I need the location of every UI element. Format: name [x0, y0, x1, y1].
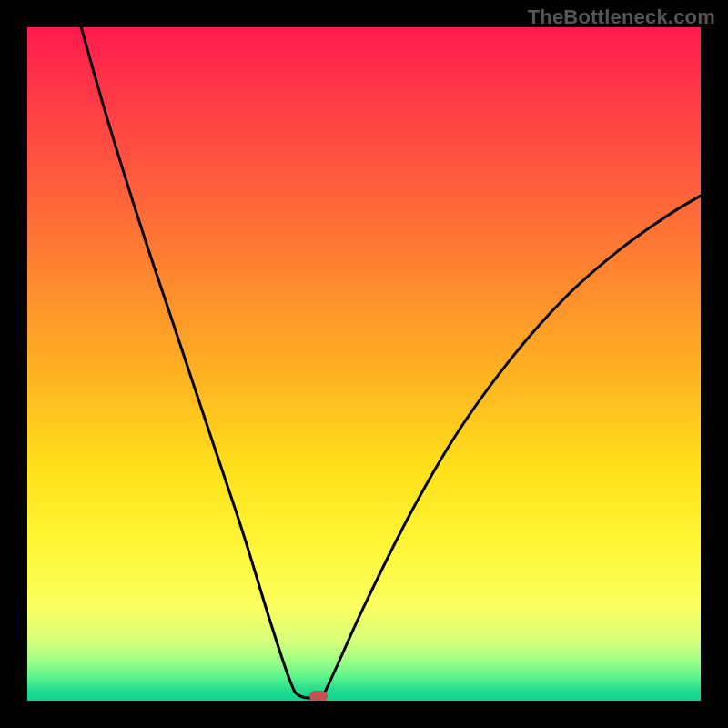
watermark-text: TheBottleneck.com — [528, 5, 715, 29]
plot-frame — [27, 27, 701, 701]
bottleneck-curve — [27, 27, 701, 701]
chart-container: TheBottleneck.com — [0, 0, 728, 728]
optimal-marker — [309, 691, 328, 701]
plot-area — [27, 27, 701, 701]
